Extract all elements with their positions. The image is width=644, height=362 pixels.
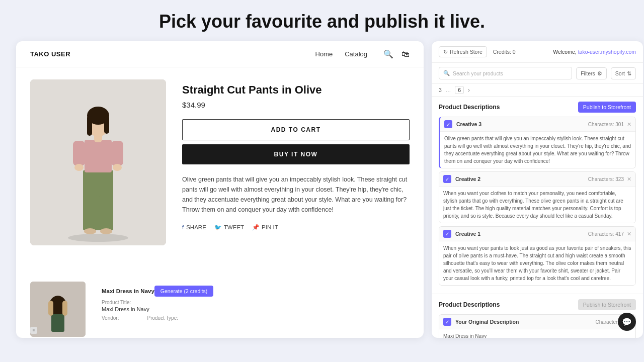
checkmark-icon: ✓ — [445, 319, 449, 325]
thumbnail-details: Maxi Dress in Navy Generate (2 credits) … — [102, 282, 213, 326]
social-share-row: f SHARE 🐦 TWEET 📌 PIN IT — [182, 224, 410, 231]
svg-rect-22 — [62, 301, 67, 316]
store-nav-links: Home Catalog — [315, 50, 368, 58]
creative-1-chars: Characters: 417 — [588, 231, 624, 237]
svg-rect-5 — [99, 195, 113, 230]
creative-1-checkbox[interactable]: ✓ — [443, 230, 451, 238]
checkmark-icon: ✓ — [445, 231, 449, 237]
creative-3-close[interactable]: ✕ — [627, 121, 631, 128]
page-current[interactable]: 6 — [455, 86, 464, 94]
generate-button[interactable]: Generate (2 credits) — [154, 286, 213, 297]
original-desc-label: Your Original Description — [455, 319, 595, 325]
svg-rect-15 — [111, 141, 123, 166]
tako-scrollable-content: Product Descriptions Publish to Storefro… — [432, 97, 643, 338]
svg-point-7 — [100, 228, 112, 234]
refresh-icon: ↻ — [443, 49, 448, 55]
creative-2-label: Creative 2 — [455, 176, 588, 182]
creative-2-close[interactable]: ✕ — [627, 176, 631, 183]
desc-section-title-2: Product Descriptions — [439, 301, 500, 308]
svg-point-2 — [68, 234, 128, 242]
creative-3-body: Olive green pants that will give you an … — [440, 132, 635, 168]
refresh-store-button[interactable]: ↻ Refresh Store — [439, 46, 487, 57]
original-desc-header: ✓ Your Original Description Characters: … — [439, 315, 635, 329]
share-pinterest-button[interactable]: 📌 PIN IT — [252, 224, 278, 231]
svg-rect-14 — [73, 141, 85, 166]
creative-2-body: When you want your clothes to match your… — [439, 187, 635, 223]
creative-3-checkbox[interactable]: ✓ — [444, 120, 452, 128]
filters-button[interactable]: Filters ⚙ — [576, 67, 607, 79]
product-title: Straight Cut Pants in Olive — [182, 83, 410, 97]
cart-icon[interactable]: 🛍 — [401, 50, 410, 59]
product-form-row: Product Title: Maxi Dress in Navy — [102, 300, 213, 312]
tako-search-row: 🔍 Search your products Filters ⚙ Sort ⇅ — [432, 63, 643, 84]
pagination-row: 3 … 6 › — [432, 84, 643, 97]
original-desc-checkbox[interactable]: ✓ — [443, 318, 451, 326]
store-logo: TAKO USER — [30, 50, 70, 58]
svg-point-16 — [74, 164, 84, 171]
product-search-box[interactable]: 🔍 Search your products — [439, 67, 572, 79]
add-to-cart-button[interactable]: ADD TO CART — [182, 119, 410, 140]
share-facebook-button[interactable]: f SHARE — [182, 224, 206, 231]
nav-link-catalog[interactable]: Catalog — [345, 50, 367, 58]
creative-1-close[interactable]: ✕ — [627, 231, 631, 237]
creative-2-checkbox[interactable]: ✓ — [443, 175, 451, 183]
welcome-text: Welcome, tako-user.myshopify.com — [553, 49, 636, 55]
vendor-label: Vendor: — [102, 315, 119, 321]
svg-point-6 — [84, 228, 96, 234]
welcome-link[interactable]: tako-user.myshopify.com — [578, 49, 636, 55]
product-descriptions-section-2: Product Descriptions Publish to Storefro… — [432, 294, 643, 338]
creative-3-chars: Characters: 301 — [588, 122, 624, 127]
creative-2-header: ✓ Creative 2 Characters: 323 ✕ — [439, 172, 635, 187]
product-image-area — [30, 79, 166, 245]
nav-link-home[interactable]: Home — [315, 50, 333, 58]
buy-now-button[interactable]: BUY IT NOW — [182, 144, 410, 164]
creative-3-header: ✓ Creative 3 Characters: 301 ✕ — [440, 117, 635, 132]
search-icon[interactable]: 🔍 — [383, 49, 393, 59]
product-details: Straight Cut Pants in Olive $34.99 ADD T… — [182, 79, 410, 245]
product-descriptions-section-1: Product Descriptions Publish to Storefro… — [432, 97, 643, 294]
share-twitter-button[interactable]: 🐦 TWEET — [214, 224, 244, 231]
svg-rect-13 — [104, 116, 109, 134]
checkmark-icon: ✓ — [446, 122, 450, 127]
creative-item-2: ✓ Creative 2 Characters: 323 ✕ When you … — [439, 171, 636, 223]
svg-point-17 — [113, 164, 122, 171]
twitter-icon: 🐦 — [214, 224, 221, 231]
original-description-item: ✓ Your Original Description Characters: … — [439, 314, 636, 338]
chat-button[interactable]: 💬 — [618, 313, 636, 331]
pinterest-icon: 📌 — [252, 224, 259, 231]
sort-icon: ⇅ — [627, 70, 631, 76]
tako-header: ↻ Refresh Store Credits: 0 Welcome, tako… — [432, 41, 643, 63]
product-price: $34.99 — [182, 101, 410, 109]
svg-rect-12 — [87, 116, 92, 136]
original-desc-body: Maxi Dress in Navy — [439, 329, 635, 338]
store-card: TAKO USER Home Catalog 🔍 🛍 — [16, 41, 424, 338]
svg-rect-21 — [48, 301, 53, 316]
creative-1-header: ✓ Creative 1 Characters: 417 ✕ — [439, 227, 635, 241]
creative-item-1: ✓ Creative 1 Characters: 417 ✕ When you … — [439, 226, 636, 286]
creative-1-label: Creative 1 — [455, 231, 588, 237]
store-bottom-section: Maxi Dress in Navy Generate (2 credits) … — [16, 278, 424, 338]
page-heading: Pick your favourite and publish it live. — [0, 0, 644, 41]
credits-info: Credits: 0 — [493, 49, 516, 55]
desc-section-title-1: Product Descriptions — [439, 104, 500, 111]
store-nav-icons: 🔍 🛍 — [383, 49, 410, 59]
facebook-icon: f — [182, 224, 184, 230]
checkmark-icon: ✓ — [445, 176, 449, 182]
vendor-type-row: Vendor: Product Type: — [102, 315, 213, 322]
scroll-indicator: ≡ — [30, 327, 37, 334]
creative-item-3: ✓ Creative 3 Characters: 301 ✕ Olive gre… — [439, 117, 636, 168]
product-type-label: Product Type: — [147, 315, 178, 321]
svg-rect-4 — [83, 195, 97, 230]
search-icon: 🔍 — [443, 70, 450, 76]
svg-rect-8 — [85, 140, 112, 172]
creative-1-body: When you want your pants to look just as… — [439, 241, 635, 285]
product-description: Olive green pants that will give you an … — [182, 174, 410, 215]
thumbnail-image — [30, 282, 86, 337]
publish-to-storefront-button-1[interactable]: Publish to Storefront — [578, 102, 636, 113]
page-next-arrow[interactable]: › — [468, 87, 470, 93]
product-title-value: Maxi Dress in Navy — [102, 306, 149, 312]
filter-icon: ⚙ — [597, 70, 602, 76]
sort-button[interactable]: Sort ⇅ — [611, 67, 636, 79]
publish-to-storefront-button-2: Publish to Storefront — [578, 299, 636, 310]
chat-icon: 💬 — [622, 317, 632, 327]
